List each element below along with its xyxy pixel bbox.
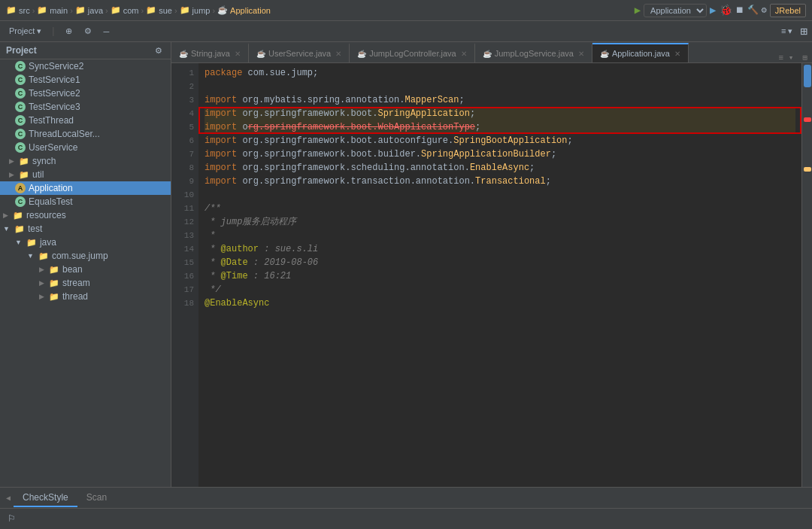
split-icon[interactable]: ⊞ <box>800 24 807 39</box>
sidebar-item-thread[interactable]: ▶ 📁 thread <box>0 290 171 303</box>
breadcrumb: 📁 src › 📁 main › 📁 java › 📁 com › 📁 sue … <box>6 5 271 15</box>
run-button[interactable]: ▶ <box>710 4 716 17</box>
code-line-1: package com.sue.jump; <box>205 66 795 80</box>
code-line-18: @EnableAsync <box>205 296 795 310</box>
code-line-5: import org.springframework.boot.WebAppli… <box>205 120 795 134</box>
tab-userservice-java[interactable]: ☕ UserService.java ✕ <box>249 43 350 62</box>
tab-checkstyle[interactable]: CheckStyle <box>14 489 77 507</box>
editor-area: ☕ String.java ✕ ☕ UserService.java ✕ ☕ J… <box>171 42 812 487</box>
tab-options-btn[interactable]: ≡ ▾ <box>774 53 798 62</box>
toolbar: Project ▾ | ⊕ ⚙ ─ ≡ ▾ ⊞ <box>0 21 812 42</box>
line-numbers: 1 2 3 4 5 6 7 8 9 10 11 12 13 14 15 16 1… <box>171 63 198 487</box>
warn-marker <box>804 167 811 172</box>
code-line-3: import org.mybatis.spring.annotation.Map… <box>205 93 795 107</box>
sidebar-item-test[interactable]: ▼ 📁 test <box>0 222 171 236</box>
sidebar-settings[interactable]: ⚙ <box>153 46 165 56</box>
tab-scan[interactable]: Scan <box>77 489 116 507</box>
code-line-13: * <box>205 229 795 242</box>
sidebar-item-testservice2[interactable]: C TestService2 <box>0 87 171 100</box>
code-line-4: import org.springframework.boot.SpringAp… <box>205 107 795 120</box>
code-line-9: import org.springframework.transaction.a… <box>205 175 795 188</box>
run-controls: ▶ Application ▶ 🐞 ⏹ 🔨 ⚙ JRebel <box>635 4 806 17</box>
add-icon[interactable]: ⊕ <box>61 25 77 38</box>
sidebar-title: Project <box>6 45 37 56</box>
code-line-6: import org.springframework.boot.autoconf… <box>205 134 795 147</box>
sidebar-header: Project ⚙ <box>0 42 171 59</box>
code-line-15: * @Date : 2019-08-06 <box>205 256 795 269</box>
play-icon[interactable]: ▶ <box>635 4 641 17</box>
tab-application-java[interactable]: ☕ Application.java ✕ <box>592 43 689 62</box>
settings-icon[interactable]: ⚙ <box>762 5 767 16</box>
error-marker <box>804 117 811 122</box>
sidebar-item-testservice1[interactable]: C TestService1 <box>0 73 171 87</box>
sidebar-item-testthread[interactable]: C TestThread <box>0 114 171 127</box>
sidebar-item-util[interactable]: ▶ 📁 util <box>0 168 171 181</box>
filter-icon[interactable]: ⚐ <box>6 512 17 525</box>
code-line-2 <box>205 80 795 93</box>
editor-tabs: ☕ String.java ✕ ☕ UserService.java ✕ ☕ J… <box>171 42 812 63</box>
sidebar-item-bean[interactable]: ▶ 📁 bean <box>0 263 171 276</box>
tab-options[interactable]: ≡ ▾ <box>777 25 797 38</box>
settings-icon[interactable]: ⚙ <box>80 25 96 38</box>
jrebel-badge: JRebel <box>770 4 806 17</box>
debug-button[interactable]: 🐞 <box>720 4 732 17</box>
bottom-left-icons: ⚐ ⊞ ↕ ✕ <box>6 512 17 529</box>
code-line-14: * @author : sue.s.li <box>205 242 795 256</box>
code-content: package com.sue.jump; import org.mybatis… <box>198 63 801 487</box>
code-line-11: /** <box>205 202 795 215</box>
split-view-btn[interactable]: ⊞ <box>798 53 812 62</box>
code-line-8: import org.springframework.scheduling.an… <box>205 161 795 175</box>
sidebar-item-userservice[interactable]: C UserService <box>0 141 171 154</box>
sidebar-item-com-sue-jump[interactable]: ▼ 📁 com.sue.jump <box>0 249 171 263</box>
sidebar-item-stream[interactable]: ▶ 📁 stream <box>0 276 171 290</box>
sidebar-item-resources[interactable]: ▶ 📁 resources <box>0 208 171 222</box>
sidebar-item-syncservice2[interactable]: C SyncService2 <box>0 59 171 73</box>
code-line-16: * @Time : 16:21 <box>205 269 795 283</box>
minimize-icon[interactable]: ─ <box>99 26 114 38</box>
bottom-collapse-btn[interactable]: ◀ <box>6 494 11 503</box>
code-line-7: import org.springframework.boot.builder.… <box>205 147 795 161</box>
tab-jumplogcontroller-java[interactable]: ☕ JumpLogController.java ✕ <box>350 43 475 62</box>
highlighted-region: import org.springframework.boot.SpringAp… <box>205 107 795 134</box>
bottom-panel: ⚐ ⊞ ↕ ✕ Rules: Sun Checks Google Checks … <box>0 508 812 529</box>
bottom-tabs: ◀ CheckStyle Scan <box>0 487 812 508</box>
sidebar-item-java[interactable]: ▼ 📁 java <box>0 236 171 249</box>
tab-jumplogservice-java[interactable]: ☕ JumpLogService.java ✕ <box>475 43 592 62</box>
build-button[interactable]: 🔨 <box>747 5 759 16</box>
editor-scrollbar[interactable] <box>801 63 812 487</box>
sidebar-item-equalstest[interactable]: C EqualsTest <box>0 195 171 208</box>
tab-string-java[interactable]: ☕ String.java ✕ <box>171 43 249 62</box>
stop-button[interactable]: ⏹ <box>735 5 744 16</box>
scrollbar-thumb[interactable] <box>804 65 811 87</box>
sidebar-item-threadlocalser[interactable]: C ThreadLocalSer... <box>0 127 171 141</box>
sidebar-item-application[interactable]: A Application <box>0 181 171 195</box>
code-line-12: * jump服务启动程序 <box>205 215 795 229</box>
code-editor[interactable]: 1 2 3 4 5 6 7 8 9 10 11 12 13 14 15 16 1… <box>171 63 812 487</box>
main-area: Project ⚙ C SyncService2 C TestService1 … <box>0 42 812 487</box>
run-config-select[interactable]: Application <box>644 4 707 17</box>
code-line-10 <box>205 188 795 202</box>
code-line-17: */ <box>205 283 795 296</box>
breadcrumb-bar: 📁 src › 📁 main › 📁 java › 📁 com › 📁 sue … <box>0 0 812 21</box>
sidebar-item-synch[interactable]: ▶ 📁 synch <box>0 154 171 168</box>
project-button[interactable]: Project ▾ <box>5 25 46 38</box>
bottom-toolbar: ⚐ ⊞ ↕ ✕ Rules: Sun Checks Google Checks <box>0 509 812 529</box>
sidebar: Project ⚙ C SyncService2 C TestService1 … <box>0 42 171 487</box>
sidebar-item-testservice3[interactable]: C TestService3 <box>0 100 171 114</box>
